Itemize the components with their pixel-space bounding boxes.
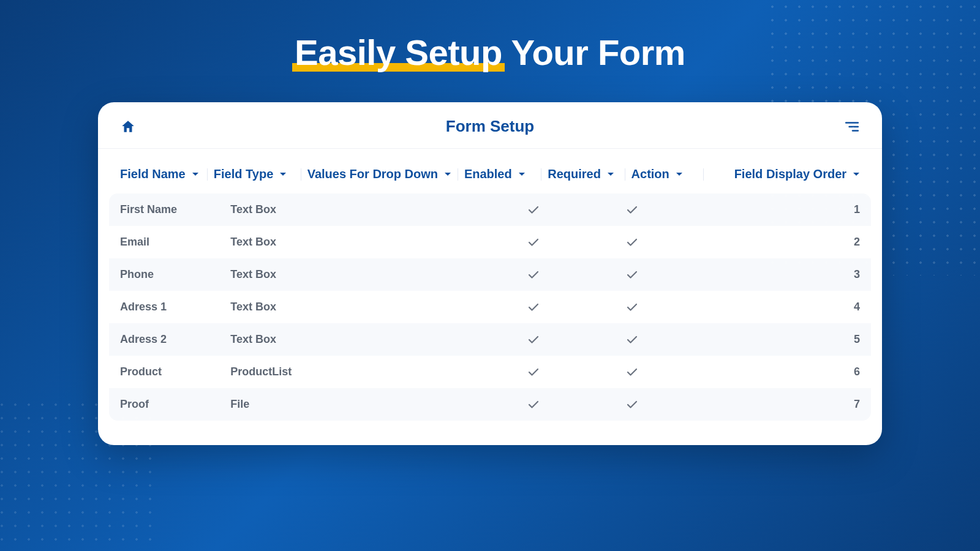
column-header-action[interactable]: Action xyxy=(631,167,697,181)
table-row[interactable]: PhoneText Box3 xyxy=(109,258,871,291)
header-label: Enabled xyxy=(464,167,512,181)
field-type-text: Text Box xyxy=(230,333,276,346)
cell-field-type: ProductList xyxy=(230,365,327,378)
check-icon xyxy=(528,238,539,247)
field-type-text: Text Box xyxy=(230,203,276,216)
hero-highlight: Easily Setup xyxy=(295,32,502,73)
menu-button[interactable] xyxy=(844,121,860,133)
header-label: Field Display Order xyxy=(734,167,846,181)
cell-enabled xyxy=(503,206,589,214)
order-text: 4 xyxy=(854,301,860,313)
cell-field-type: File xyxy=(230,398,327,411)
table-row[interactable]: Adress 2Text Box5 xyxy=(109,323,871,356)
check-icon xyxy=(528,400,539,409)
cell-display-order: 2 xyxy=(793,236,860,249)
cell-display-order: 6 xyxy=(793,365,860,378)
cell-display-order: 5 xyxy=(793,333,860,346)
cell-display-order: 4 xyxy=(793,301,860,313)
table-row[interactable]: EmailText Box2 xyxy=(109,226,871,258)
check-icon xyxy=(528,271,539,279)
cell-enabled xyxy=(503,368,589,377)
field-type-text: Text Box xyxy=(230,301,276,313)
cell-field-type: Text Box xyxy=(230,236,327,249)
cell-field-name: Product xyxy=(120,365,217,378)
column-header-field-type[interactable]: Field Type xyxy=(214,167,295,181)
header-separator xyxy=(703,168,704,181)
caret-down-icon xyxy=(192,172,199,177)
cell-enabled xyxy=(503,238,589,247)
cell-field-name: Adress 2 xyxy=(120,333,217,346)
header-label: Required xyxy=(548,167,601,181)
field-type-text: ProductList xyxy=(230,365,292,378)
check-icon xyxy=(627,303,638,312)
field-type-text: Text Box xyxy=(230,236,276,249)
field-type-text: Text Box xyxy=(230,268,276,281)
card-header: Form Setup xyxy=(98,102,882,149)
column-header-display-order[interactable]: Field Display Order xyxy=(710,167,860,181)
caret-down-icon xyxy=(607,172,614,177)
header-separator xyxy=(207,168,208,181)
column-header-field-name[interactable]: Field Name xyxy=(120,167,201,181)
check-icon xyxy=(627,368,638,377)
check-icon xyxy=(627,206,638,214)
cell-required xyxy=(602,335,687,344)
caret-down-icon xyxy=(518,172,526,177)
form-setup-card: Form Setup Field Name Field Type Values … xyxy=(98,102,882,445)
cell-display-order: 3 xyxy=(793,268,860,281)
cell-required xyxy=(602,368,687,377)
order-text: 6 xyxy=(854,365,860,378)
header-label: Action xyxy=(631,167,669,181)
cell-required xyxy=(602,271,687,279)
menu-icon xyxy=(844,121,860,133)
header-label: Values For Drop Down xyxy=(307,167,438,181)
cell-field-name: Email xyxy=(120,236,217,249)
field-name-text: First Name xyxy=(120,203,177,216)
order-text: 7 xyxy=(854,398,860,411)
check-icon xyxy=(528,335,539,344)
cell-display-order: 7 xyxy=(793,398,860,411)
cell-field-name: First Name xyxy=(120,203,217,216)
field-type-text: File xyxy=(230,398,249,411)
column-header-values[interactable]: Values For Drop Down xyxy=(307,167,451,181)
header-label: Field Type xyxy=(214,167,273,181)
cell-field-name: Adress 1 xyxy=(120,301,217,313)
header-separator xyxy=(541,168,541,181)
hero-title: Easily Setup Your Form xyxy=(0,0,980,73)
caret-down-icon xyxy=(279,172,287,177)
cell-enabled xyxy=(503,303,589,312)
cell-field-type: Text Box xyxy=(230,203,327,216)
table-row[interactable]: ProductProductList6 xyxy=(109,356,871,388)
caret-down-icon xyxy=(444,172,451,177)
cell-required xyxy=(602,206,687,214)
order-text: 1 xyxy=(854,203,860,216)
home-icon xyxy=(120,119,136,135)
check-icon xyxy=(528,303,539,312)
home-button[interactable] xyxy=(120,119,136,135)
table-row[interactable]: First NameText Box1 xyxy=(109,193,871,226)
header-separator xyxy=(301,168,301,181)
header-separator xyxy=(625,168,625,181)
field-name-text: Phone xyxy=(120,268,154,281)
field-name-text: Adress 2 xyxy=(120,333,167,346)
check-icon xyxy=(627,238,638,247)
column-header-enabled[interactable]: Enabled xyxy=(464,167,535,181)
table-row[interactable]: Adress 1Text Box4 xyxy=(109,291,871,323)
cell-required xyxy=(602,303,687,312)
cell-enabled xyxy=(503,271,589,279)
form-fields-table: Field Name Field Type Values For Drop Do… xyxy=(98,149,882,421)
cell-required xyxy=(602,238,687,247)
field-name-text: Email xyxy=(120,236,149,249)
cell-field-type: Text Box xyxy=(230,301,327,313)
cell-display-order: 1 xyxy=(793,203,860,216)
field-name-text: Product xyxy=(120,365,162,378)
check-icon xyxy=(528,368,539,377)
table-header: Field Name Field Type Values For Drop Do… xyxy=(109,155,871,193)
header-label: Field Name xyxy=(120,167,186,181)
cell-field-type: Text Box xyxy=(230,268,327,281)
cell-enabled xyxy=(503,400,589,409)
column-header-required[interactable]: Required xyxy=(548,167,619,181)
caret-down-icon xyxy=(676,172,683,177)
table-row[interactable]: ProofFile7 xyxy=(109,388,871,421)
check-icon xyxy=(627,400,638,409)
field-name-text: Adress 1 xyxy=(120,301,167,313)
